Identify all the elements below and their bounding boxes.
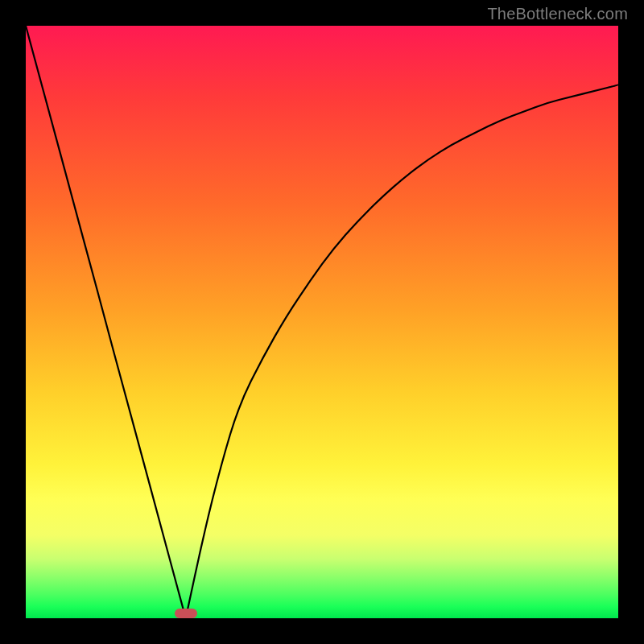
chart-frame: TheBottleneck.com [0,0,644,644]
watermark-text: TheBottleneck.com [487,5,628,23]
curve-svg [26,26,618,618]
plot-area [26,26,618,618]
optimum-marker [175,609,197,618]
bottleneck-curve [26,26,618,618]
